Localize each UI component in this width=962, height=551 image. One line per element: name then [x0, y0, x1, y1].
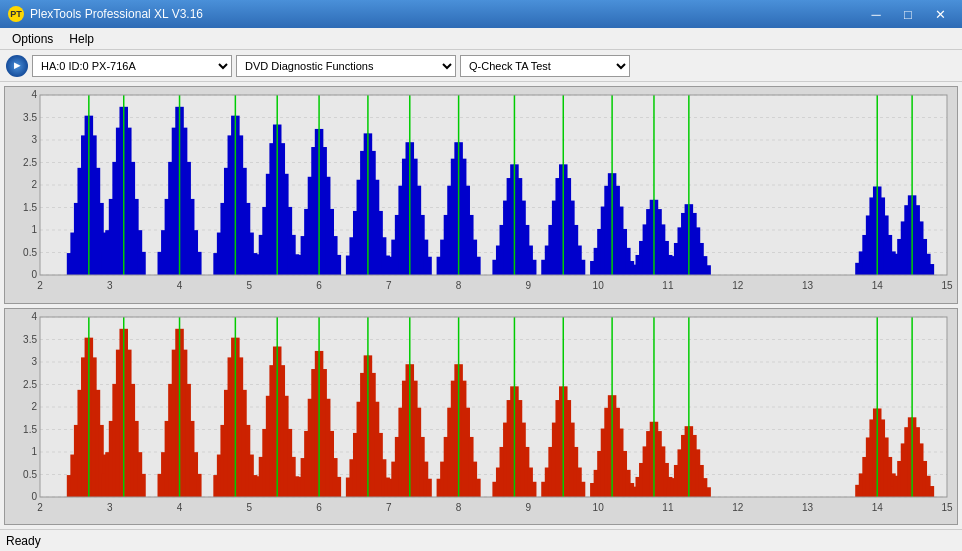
menu-bar: Options Help — [0, 28, 962, 50]
app-icon: PT — [8, 6, 24, 22]
minimize-button[interactable]: ─ — [862, 0, 890, 28]
drive-select[interactable]: HA:0 ID:0 PX-716A — [32, 55, 232, 77]
status-text: Ready — [6, 534, 41, 548]
chart-top-canvas — [5, 87, 957, 303]
plextools-logo: ▶ — [6, 55, 28, 77]
status-bar: Ready — [0, 529, 962, 551]
menu-options[interactable]: Options — [4, 30, 61, 48]
window-controls: ─ □ ✕ — [862, 0, 954, 28]
close-button[interactable]: ✕ — [926, 0, 954, 28]
toolbar: ▶ HA:0 ID:0 PX-716A DVD Diagnostic Funct… — [0, 50, 962, 82]
chart-top — [4, 86, 958, 304]
function-select[interactable]: DVD Diagnostic Functions — [236, 55, 456, 77]
main-content — [0, 82, 962, 529]
maximize-button[interactable]: □ — [894, 0, 922, 28]
title-bar: PT PlexTools Professional XL V3.16 ─ □ ✕ — [0, 0, 962, 28]
menu-help[interactable]: Help — [61, 30, 102, 48]
chart-bottom-canvas — [5, 309, 957, 525]
test-select[interactable]: Q-Check TA Test — [460, 55, 630, 77]
chart-bottom — [4, 308, 958, 526]
window-title: PlexTools Professional XL V3.16 — [30, 7, 203, 21]
